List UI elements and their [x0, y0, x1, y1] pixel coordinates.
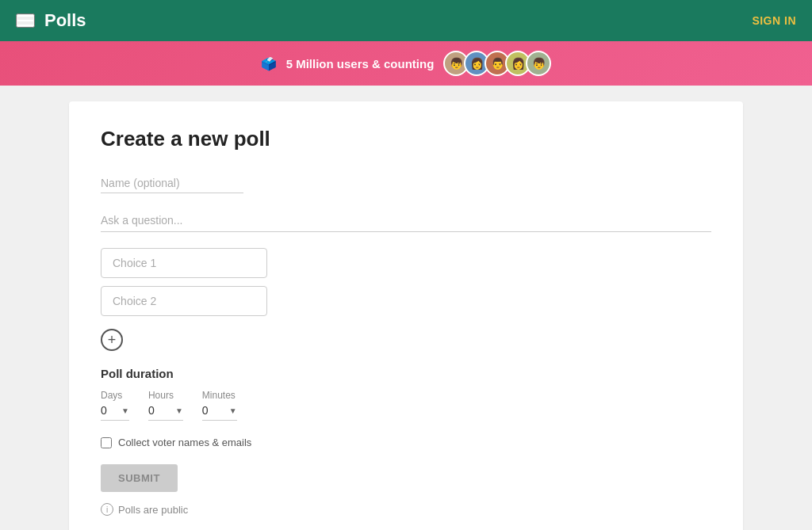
menu-button[interactable] — [16, 13, 35, 28]
avatar: 👦 — [526, 51, 551, 76]
question-field-group — [101, 209, 711, 232]
page-title: Create a new poll — [101, 127, 711, 151]
banner-avatars: 👦 👩 👨 👩 👦 — [443, 51, 551, 76]
choice-2-wrapper — [101, 286, 711, 316]
poll-duration-section: Poll duration Days 0 1 2 3 7 ▼ — [101, 367, 711, 421]
days-label: Days — [101, 390, 129, 401]
app-title: Polls — [44, 10, 86, 31]
minutes-group: Minutes 0 15 30 45 ▼ — [202, 390, 237, 421]
duration-title: Poll duration — [101, 367, 711, 380]
plus-icon: + — [108, 333, 117, 347]
minutes-select[interactable]: 0 15 30 45 — [202, 404, 229, 417]
submit-button[interactable]: SUBMIT — [101, 464, 178, 492]
question-input[interactable] — [101, 209, 711, 232]
collect-voter-checkbox[interactable] — [101, 437, 112, 448]
poll-form-card: Create a new poll + Poll duration — [69, 101, 743, 530]
hours-select-wrapper: 0 1 6 12 24 ▼ — [148, 404, 183, 421]
hours-label: Hours — [148, 390, 183, 401]
choices-section — [101, 248, 711, 316]
app-header: Polls SIGN IN — [0, 0, 812, 41]
days-chevron-icon: ▼ — [121, 406, 129, 415]
public-info-row: i Polls are public — [101, 503, 711, 516]
sign-in-button[interactable]: SIGN IN — [752, 14, 796, 27]
days-group: Days 0 1 2 3 7 ▼ — [101, 390, 129, 421]
hours-group: Hours 0 1 6 12 24 ▼ — [148, 390, 183, 421]
info-icon: i — [101, 503, 113, 516]
name-input[interactable] — [101, 173, 243, 193]
minutes-label: Minutes — [202, 390, 237, 401]
minutes-select-wrapper: 0 15 30 45 ▼ — [202, 404, 237, 421]
add-choice-button[interactable]: + — [101, 329, 123, 351]
duration-row: Days 0 1 2 3 7 ▼ Hours — [101, 390, 711, 421]
header-left: Polls — [16, 10, 86, 31]
choice-1-input[interactable] — [101, 248, 267, 278]
choice-1-wrapper — [101, 248, 711, 278]
banner-text: 5 Million users & counting — [286, 57, 435, 71]
voter-names-checkbox-row: Collect voter names & emails — [101, 437, 711, 448]
promo-banner: 🗳️ 5 Million users & counting 👦 👩 👨 👩 👦 — [0, 41, 812, 86]
choice-2-input[interactable] — [101, 286, 267, 316]
public-info-text: Polls are public — [118, 504, 188, 516]
main-content: Create a new poll + Poll duration — [0, 86, 812, 530]
collect-voter-label[interactable]: Collect voter names & emails — [118, 437, 251, 448]
hours-select[interactable]: 0 1 6 12 24 — [148, 404, 175, 417]
name-field-group — [101, 173, 711, 193]
banner-emoji: 🗳️ — [261, 56, 277, 71]
days-select[interactable]: 0 1 2 3 7 — [101, 404, 121, 417]
days-select-wrapper: 0 1 2 3 7 ▼ — [101, 404, 129, 421]
hours-chevron-icon: ▼ — [175, 406, 183, 415]
minutes-chevron-icon: ▼ — [229, 406, 237, 415]
